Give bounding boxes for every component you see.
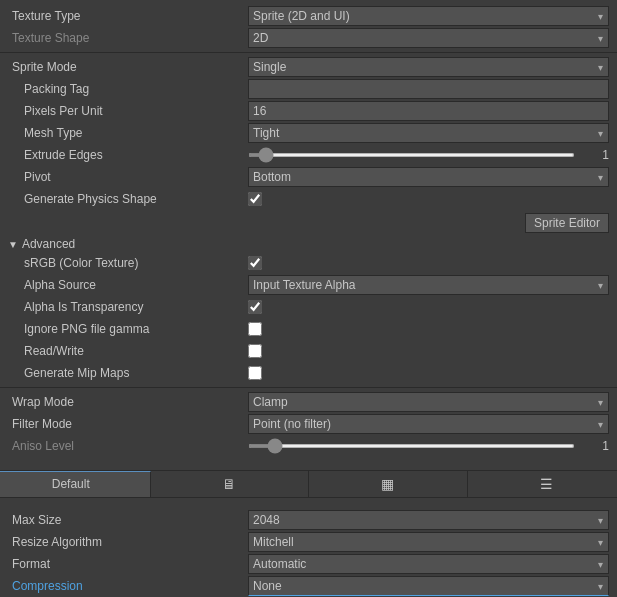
ignore-png-checkbox[interactable] xyxy=(248,322,262,336)
format-label: Format xyxy=(8,557,248,571)
grid-icon: ▦ xyxy=(381,476,394,492)
texture-shape-label: Texture Shape xyxy=(8,31,248,45)
aniso-level-value: 1 xyxy=(579,439,609,453)
sprite-editor-button[interactable]: Sprite Editor xyxy=(525,213,609,233)
format-select[interactable]: Automatic xyxy=(248,554,609,574)
filter-mode-label: Filter Mode xyxy=(8,417,248,431)
alpha-is-transparency-checkbox[interactable] xyxy=(248,300,262,314)
wrap-mode-label: Wrap Mode xyxy=(8,395,248,409)
advanced-triangle-icon: ▼ xyxy=(8,239,18,250)
alpha-source-label: Alpha Source xyxy=(8,278,248,292)
wrap-mode-select[interactable]: Clamp xyxy=(248,392,609,412)
srgb-label: sRGB (Color Texture) xyxy=(8,256,248,270)
srgb-checkbox[interactable] xyxy=(248,256,262,270)
alpha-source-select[interactable]: Input Texture Alpha xyxy=(248,275,609,295)
extrude-edges-label: Extrude Edges xyxy=(8,148,248,162)
texture-shape-select[interactable]: 2D xyxy=(248,28,609,48)
pixels-per-unit-input[interactable]: 16 xyxy=(248,101,609,121)
pivot-label: Pivot xyxy=(8,170,248,184)
texture-type-label: Texture Type xyxy=(8,9,248,23)
generate-physics-shape-checkbox[interactable] xyxy=(248,192,262,206)
resize-algorithm-select[interactable]: Mitchell xyxy=(248,532,609,552)
texture-type-select[interactable]: Sprite (2D and UI) xyxy=(248,6,609,26)
alpha-is-transparency-label: Alpha Is Transparency xyxy=(8,300,248,314)
sprite-mode-select[interactable]: Single xyxy=(248,57,609,77)
generate-physics-shape-label: Generate Physics Shape xyxy=(8,192,248,206)
extrude-edges-value: 1 xyxy=(579,148,609,162)
monitor-icon: 🖥 xyxy=(222,476,236,492)
resize-algorithm-label: Resize Algorithm xyxy=(8,535,248,549)
generate-mip-maps-checkbox[interactable] xyxy=(248,366,262,380)
tab-standalone[interactable]: 🖥 xyxy=(151,471,310,497)
mesh-type-label: Mesh Type xyxy=(8,126,248,140)
sprite-mode-label: Sprite Mode xyxy=(8,60,248,74)
tab-android[interactable]: ▦ xyxy=(309,471,468,497)
advanced-label: Advanced xyxy=(22,237,75,251)
mesh-type-select[interactable]: Tight xyxy=(248,123,609,143)
max-size-select[interactable]: 2048 xyxy=(248,510,609,530)
generate-mip-maps-label: Generate Mip Maps xyxy=(8,366,248,380)
list-icon: ☰ xyxy=(540,476,553,492)
filter-mode-select[interactable]: Point (no filter) xyxy=(248,414,609,434)
pivot-select[interactable]: Bottom xyxy=(248,167,609,187)
aniso-level-slider[interactable] xyxy=(248,444,575,448)
ignore-png-label: Ignore PNG file gamma xyxy=(8,322,248,336)
read-write-checkbox[interactable] xyxy=(248,344,262,358)
read-write-label: Read/Write xyxy=(8,344,248,358)
tab-ios[interactable]: ☰ xyxy=(468,471,618,497)
tab-default[interactable]: Default xyxy=(0,471,151,497)
compression-label: Compression xyxy=(8,579,248,593)
aniso-level-label: Aniso Level xyxy=(8,439,248,453)
pixels-per-unit-label: Pixels Per Unit xyxy=(8,104,248,118)
packing-tag-input[interactable] xyxy=(248,79,609,99)
packing-tag-label: Packing Tag xyxy=(8,82,248,96)
max-size-label: Max Size xyxy=(8,513,248,527)
extrude-edges-slider[interactable] xyxy=(248,153,575,157)
platform-tabs: Default 🖥 ▦ ☰ xyxy=(0,470,617,498)
compression-select[interactable]: None xyxy=(248,576,609,596)
